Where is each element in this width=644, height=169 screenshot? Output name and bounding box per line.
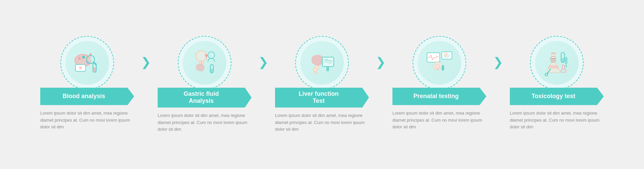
svg-point-3 — [82, 56, 85, 58]
banner-text-gastric-fluid: Gastric fluidAnalysis — [183, 90, 219, 105]
step-toxicology-test: Toxicology test Lorem ipsum dolor sit di… — [500, 36, 614, 131]
gastric-fluid-icon — [190, 48, 220, 78]
svg-point-17 — [208, 52, 215, 58]
circle-toxicology-test — [530, 36, 584, 90]
svg-point-41 — [545, 73, 548, 76]
circle-prenatal-testing — [413, 36, 466, 90]
prenatal-testing-icon — [424, 48, 454, 78]
svg-rect-9 — [93, 67, 96, 72]
banner-prenatal-testing: Prenatal testing — [392, 88, 486, 105]
svg-rect-19 — [211, 69, 213, 73]
svg-rect-31 — [442, 65, 444, 71]
step-blood-analysis: Blood analysis Lorem ipsum dolor sit dim… — [30, 36, 144, 131]
svg-point-29 — [444, 53, 447, 55]
circle-inner-blood-analysis — [65, 41, 109, 85]
banner-toxicology-test: Toxicology test — [510, 88, 604, 105]
svg-point-23 — [315, 66, 319, 69]
banner-liver-function: Liver functionTest — [275, 88, 369, 108]
svg-point-2 — [78, 57, 81, 60]
banner-text-prenatal-testing: Prenatal testing — [413, 93, 459, 100]
description-liver-function: Lorem ipsum dolor sit dim amet, mea regi… — [275, 112, 369, 133]
svg-rect-22 — [326, 67, 329, 71]
svg-point-12 — [89, 57, 93, 61]
circle-gastric-fluid — [178, 36, 231, 90]
circle-blood-analysis — [60, 36, 114, 90]
infographic-container: Blood analysis Lorem ipsum dolor sit dim… — [0, 29, 644, 140]
circle-inner-liver-function — [300, 41, 344, 85]
step-liver-function: Liver functionTest Lorem ipsum dolor sit… — [265, 36, 379, 133]
circle-inner-gastric-fluid — [183, 41, 226, 85]
liver-function-icon — [307, 48, 337, 78]
banner-blood-analysis: Blood analysis — [40, 88, 134, 105]
banner-text-blood-analysis: Blood analysis — [62, 93, 105, 100]
description-gastric-fluid: Lorem ipsum dolor sit dim amet, mea regi… — [158, 112, 252, 133]
svg-line-25 — [316, 72, 317, 75]
svg-point-14 — [196, 51, 207, 61]
svg-rect-32 — [551, 52, 556, 54]
banner-text-toxicology-test: Toxicology test — [532, 93, 576, 100]
svg-rect-39 — [561, 58, 564, 62]
circle-inner-toxicology-test — [535, 41, 579, 85]
circle-inner-prenatal-testing — [418, 41, 461, 85]
circle-liver-function — [295, 36, 349, 90]
svg-line-24 — [314, 72, 315, 75]
svg-point-36 — [553, 58, 555, 59]
svg-point-30 — [436, 65, 440, 69]
description-prenatal-testing: Lorem ipsum dolor sit dim amet, mea regi… — [392, 110, 486, 131]
description-toxicology-test: Lorem ipsum dolor sit dim amet, mea regi… — [510, 110, 604, 131]
svg-point-35 — [551, 58, 553, 59]
svg-rect-42 — [565, 57, 567, 64]
blood-analysis-icon — [72, 48, 102, 78]
banner-text-liver-function: Liver functionTest — [299, 90, 338, 105]
step-gastric-fluid: Gastric fluidAnalysis Lorem ipsum dolor … — [148, 36, 262, 133]
svg-point-7 — [79, 67, 82, 69]
svg-rect-21 — [323, 58, 333, 66]
description-blood-analysis: Lorem ipsum dolor sit dim amet, mea regi… — [40, 110, 134, 131]
step-prenatal-testing: Prenatal testing Lorem ipsum dolor sit d… — [382, 36, 496, 131]
svg-point-43 — [566, 66, 567, 67]
banner-gastric-fluid: Gastric fluidAnalysis — [158, 88, 252, 108]
toxicology-test-icon — [542, 48, 572, 78]
